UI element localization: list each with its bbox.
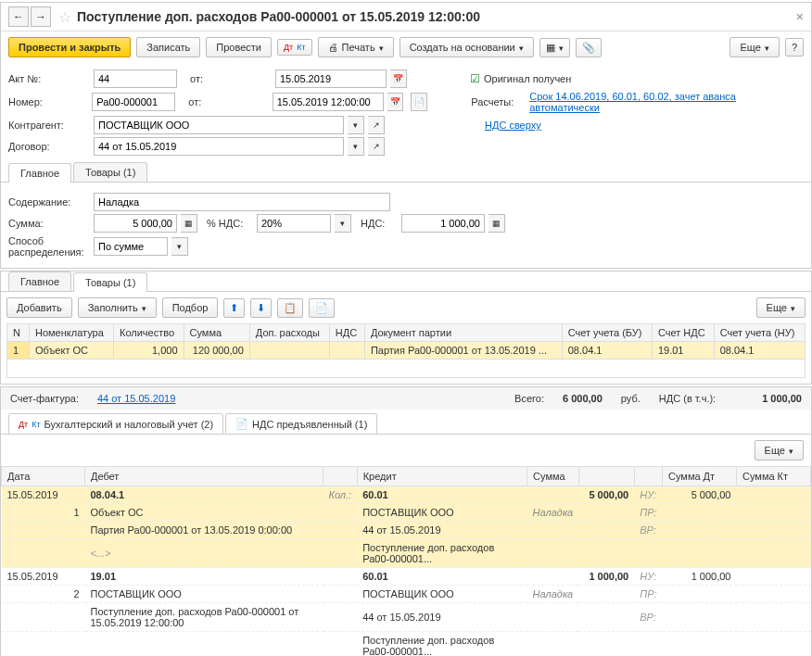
calendar-icon[interactable]: 📅 bbox=[387, 93, 404, 111]
entry-row[interactable]: Поступление доп. расходов Ра00-000001... bbox=[2, 632, 811, 657]
contract-label: Договор: bbox=[8, 141, 90, 152]
col-sum[interactable]: Сумма bbox=[184, 324, 249, 342]
favorite-star-icon[interactable]: ☆ bbox=[58, 8, 71, 26]
sf-label: Счет-фактура: bbox=[10, 393, 79, 404]
vat-pct-dropdown-icon[interactable] bbox=[335, 214, 351, 233]
pick-button[interactable]: Подбор bbox=[162, 297, 219, 318]
contractor-input[interactable] bbox=[94, 116, 344, 134]
calc-link[interactable]: Срок 14.06.2019, 60.01, 60.02, зачет ава… bbox=[529, 91, 804, 113]
total-value: 6 000,00 bbox=[563, 393, 603, 404]
contractor-dropdown-icon[interactable] bbox=[348, 116, 364, 134]
entry-row[interactable]: 1 Объект ОС ПОСТАВЩИК ООО Наладка ПР: bbox=[2, 504, 811, 522]
accounting-table: Дата Дебет Кредит Сумма Сумма Дт Сумма К… bbox=[1, 466, 811, 656]
col-extra[interactable]: Доп. расходы bbox=[249, 324, 329, 342]
contract-open-icon[interactable]: ↗ bbox=[368, 137, 385, 156]
attach-button[interactable]: 📎 bbox=[576, 38, 602, 57]
vat-incl-value: 1 000,00 bbox=[762, 393, 802, 404]
distrib-dropdown-icon[interactable] bbox=[171, 237, 188, 256]
tab-main-2[interactable]: Главное bbox=[8, 271, 71, 291]
paste-button[interactable]: 📄 bbox=[309, 298, 335, 318]
acct-col-debit[interactable]: Дебет bbox=[85, 467, 324, 486]
original-received-checkbox[interactable]: ☑ Оригинал получен bbox=[470, 72, 571, 85]
nav-back-button[interactable]: ← bbox=[8, 6, 29, 27]
contractor-open-icon[interactable]: ↗ bbox=[368, 116, 385, 134]
calc-label: Расчеты: bbox=[471, 96, 526, 107]
from-label-2: от: bbox=[188, 96, 268, 107]
col-party-doc[interactable]: Документ партии bbox=[364, 324, 562, 342]
acct-tab-1[interactable]: ДтКт Бухгалтерский и налоговый учет (2) bbox=[8, 413, 223, 434]
vat-incl-label: НДС (в т.ч.): bbox=[659, 393, 716, 404]
acct-tab-2[interactable]: 📄 НДС предъявленный (1) bbox=[225, 413, 377, 434]
col-acct-nu[interactable]: Счет учета (НУ) bbox=[714, 324, 805, 342]
vat-pct-input[interactable] bbox=[257, 214, 331, 233]
content-label: Содержание: bbox=[8, 196, 90, 208]
entry-row[interactable]: Партия Ра00-000001 от 13.05.2019 0:00:00… bbox=[2, 522, 811, 539]
post-and-close-button[interactable]: Провести и закрыть bbox=[8, 37, 131, 57]
close-icon[interactable]: × bbox=[796, 9, 804, 24]
dtkt-button[interactable]: ДтКт bbox=[277, 39, 312, 56]
vat-mode-link[interactable]: НДС сверху bbox=[485, 120, 541, 131]
move-up-button[interactable]: ⬆ bbox=[223, 298, 245, 318]
entry-row[interactable]: 15.05.2019 08.04.1 Кол.: 60.01 5 000,00 … bbox=[2, 486, 811, 504]
vat-label: НДС: bbox=[361, 218, 398, 229]
number-input[interactable] bbox=[92, 93, 175, 111]
col-vat[interactable]: НДС bbox=[329, 324, 364, 342]
entry-row[interactable]: 15.05.2019 19.01 60.01 1 000,00 НУ: 1 00… bbox=[2, 568, 811, 586]
total-label: Всего: bbox=[514, 393, 544, 404]
goods-table: N Номенклатура Количество Сумма Доп. рас… bbox=[6, 323, 806, 378]
table-row[interactable]: 1 Объект ОС 1,000 120 000,00 Партия Ра00… bbox=[7, 342, 806, 360]
distrib-input[interactable] bbox=[94, 237, 168, 256]
nav-forward-button[interactable]: → bbox=[31, 6, 51, 27]
move-down-button[interactable]: ⬇ bbox=[250, 298, 272, 318]
acct-more-button[interactable]: Еще bbox=[755, 440, 804, 460]
entry-row[interactable]: Поступление доп. расходов Ра00-000001 от… bbox=[2, 603, 811, 632]
calendar-icon[interactable]: 📅 bbox=[390, 69, 407, 88]
acct-col-sum-dt[interactable]: Сумма Дт bbox=[663, 467, 737, 486]
sum-input[interactable] bbox=[94, 214, 177, 233]
rub-label: руб. bbox=[621, 393, 641, 404]
add-button[interactable]: Добавить bbox=[6, 297, 72, 318]
content-input[interactable] bbox=[94, 193, 390, 211]
col-acct-vat[interactable]: Счет НДС bbox=[652, 324, 714, 342]
number-label: Номер: bbox=[8, 96, 88, 107]
entry-row[interactable]: 2 ПОСТАВЩИК ООО ПОСТАВЩИК ООО Наладка ПР… bbox=[2, 586, 811, 603]
print-button[interactable]: 🖨 Печать bbox=[318, 37, 394, 57]
sum-label: Сумма: bbox=[8, 218, 90, 229]
acct-col-sum-kt[interactable]: Сумма Кт bbox=[737, 467, 811, 486]
calc-icon[interactable]: ▦ bbox=[488, 214, 505, 233]
from-label-1: от: bbox=[190, 73, 272, 84]
contractor-label: Контрагент: bbox=[8, 120, 90, 131]
act-no-label: Акт №: bbox=[8, 73, 90, 84]
acct-col-sum[interactable]: Сумма bbox=[527, 467, 579, 486]
vat-pct-label: % НДС: bbox=[207, 218, 253, 229]
contract-input[interactable] bbox=[94, 137, 344, 156]
post-button[interactable]: Провести bbox=[206, 37, 272, 57]
tab-goods[interactable]: Товары (1) bbox=[73, 162, 147, 182]
fill-button[interactable]: Заполнить bbox=[78, 297, 157, 318]
tab-goods-2[interactable]: Товары (1) bbox=[73, 272, 147, 292]
doc-date-input[interactable] bbox=[273, 93, 384, 111]
window-title: Поступление доп. расходов Ра00-000001 от… bbox=[77, 9, 796, 24]
col-acct-bu[interactable]: Счет учета (БУ) bbox=[562, 324, 652, 342]
tab-main[interactable]: Главное bbox=[8, 163, 71, 183]
copy-button[interactable]: 📋 bbox=[277, 298, 303, 318]
sf-link[interactable]: 44 от 15.05.2019 bbox=[97, 393, 175, 404]
col-n[interactable]: N bbox=[7, 324, 30, 342]
more-button[interactable]: Еще bbox=[730, 37, 779, 57]
entry-row[interactable]: <...> Поступление доп. расходов Ра00-000… bbox=[2, 539, 811, 568]
col-nomenclature[interactable]: Номенклатура bbox=[30, 324, 114, 342]
help-button[interactable]: ? bbox=[785, 38, 804, 57]
vat-input[interactable] bbox=[401, 214, 485, 233]
goods-more-button[interactable]: Еще bbox=[756, 297, 806, 318]
act-date-input[interactable] bbox=[275, 69, 387, 88]
acct-col-date[interactable]: Дата bbox=[2, 467, 85, 486]
create-based-button[interactable]: Создать на основании bbox=[400, 37, 534, 57]
act-no-input[interactable] bbox=[94, 69, 177, 88]
calc-icon[interactable]: ▦ bbox=[181, 214, 197, 233]
col-qty[interactable]: Количество bbox=[113, 324, 184, 342]
acct-col-credit[interactable]: Кредит bbox=[357, 467, 527, 486]
add-to-list-button[interactable]: ▦ bbox=[539, 38, 570, 57]
write-button[interactable]: Записать bbox=[136, 37, 200, 57]
status-icon[interactable]: 📄 bbox=[411, 93, 427, 111]
contract-dropdown-icon[interactable] bbox=[348, 137, 364, 156]
